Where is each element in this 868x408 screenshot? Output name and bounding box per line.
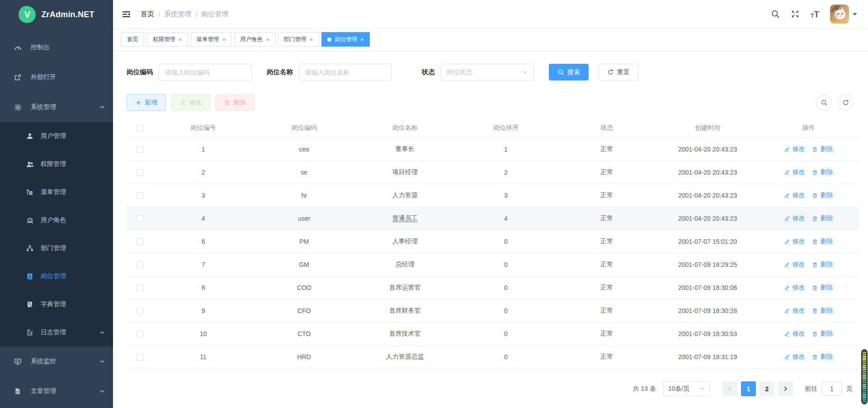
fullscreen-icon[interactable] — [791, 9, 800, 19]
cell-created: 2001-04-20 20:43:23 — [657, 192, 758, 199]
toggle-search-button[interactable] — [816, 95, 832, 110]
row-checkbox[interactable] — [137, 285, 143, 291]
row-delete-link[interactable]: 删除 — [812, 237, 833, 246]
row-edit-link[interactable]: 修改 — [784, 307, 805, 315]
collapse-sidebar-icon[interactable] — [122, 10, 131, 19]
close-icon[interactable]: × — [222, 36, 226, 43]
sidebar-item-user-mgmt[interactable]: 用户管理 — [0, 122, 113, 150]
sidebar-item-permission-mgmt[interactable]: 权限管理 — [0, 150, 113, 178]
cell-post-id: 8 — [153, 284, 254, 291]
row-checkbox[interactable] — [137, 192, 143, 199]
post-code-input[interactable] — [159, 64, 252, 81]
close-icon[interactable]: × — [360, 36, 364, 43]
row-delete-link[interactable]: 删除 — [812, 307, 833, 315]
edit-icon — [784, 147, 790, 152]
cell-post-id: 3 — [153, 192, 254, 199]
cell-post-name: 人事经理 — [354, 237, 455, 246]
page-button-2[interactable]: 2 — [760, 381, 774, 396]
breadcrumb-home[interactable]: 首页 — [141, 10, 154, 19]
tab-home[interactable]: 首页 — [121, 32, 144, 47]
add-button[interactable]: 新增 — [127, 94, 166, 111]
edit-button[interactable]: 修改 — [171, 94, 210, 111]
row-edit-link[interactable]: 修改 — [784, 145, 805, 153]
post-name-input[interactable] — [299, 64, 392, 81]
row-edit-link[interactable]: 修改 — [784, 330, 805, 338]
row-checkbox[interactable] — [137, 308, 143, 314]
delete-button[interactable]: 删除 — [215, 94, 255, 111]
font-size-icon[interactable]: TT — [811, 10, 819, 19]
scroll-indicator-stripes — [863, 351, 866, 403]
select-all-checkbox[interactable] — [137, 125, 143, 132]
row-edit-link[interactable]: 修改 — [784, 191, 805, 199]
row-checkbox[interactable] — [137, 331, 143, 337]
row-checkbox[interactable] — [137, 238, 143, 245]
refresh-table-button[interactable] — [838, 95, 854, 110]
page-size-select[interactable]: 10条/页 — [663, 381, 710, 396]
sidebar-item-system-monitor[interactable]: 系统监控 — [0, 346, 113, 376]
chevron-down-icon — [699, 385, 705, 393]
cell-created: 2001-07-07 15:01:20 — [657, 238, 758, 245]
search-button[interactable]: 搜索 — [549, 64, 589, 81]
row-checkbox[interactable] — [137, 146, 143, 153]
sidebar-item-dict-mgmt[interactable]: 字典管理 — [0, 290, 113, 318]
app-logo[interactable]: V ZrAdmin.NET — [0, 0, 113, 29]
dictionary-icon — [26, 300, 34, 308]
row-edit-link[interactable]: 修改 — [784, 261, 805, 269]
row-delete-link[interactable]: 删除 — [812, 330, 833, 338]
cell-created: 2001-07-09 18:31:19 — [657, 353, 758, 361]
tab-user-role[interactable]: 用户角色× — [234, 32, 275, 47]
cell-post-code: GM — [254, 261, 354, 268]
scroll-indicator-widget[interactable] — [861, 349, 868, 404]
sidebar-item-external-open[interactable]: 外部打开 — [0, 62, 113, 92]
close-icon[interactable]: × — [310, 36, 313, 43]
row-checkbox[interactable] — [137, 169, 143, 176]
table-tools — [816, 95, 859, 110]
page-button-1[interactable]: 1 — [741, 381, 756, 396]
goto-page-input[interactable] — [821, 382, 842, 396]
sidebar-item-menu-mgmt[interactable]: 菜单管理 — [0, 178, 113, 206]
status-select[interactable]: 岗位状态 — [441, 64, 534, 81]
row-delete-link[interactable]: 删除 — [812, 168, 833, 176]
close-icon[interactable]: × — [266, 36, 269, 43]
row-edit-link[interactable]: 修改 — [784, 237, 805, 246]
sidebar-item-dept-mgmt[interactable]: 部门管理 — [0, 234, 113, 262]
tab-menu[interactable]: 菜单管理× — [191, 32, 232, 47]
row-checkbox[interactable] — [137, 354, 143, 361]
row-delete-link[interactable]: 删除 — [812, 214, 833, 223]
sidebar-menu: 控制台 外部打开 系统管理 用户管理 — [0, 33, 113, 406]
prev-page-button[interactable] — [722, 381, 737, 396]
row-delete-link[interactable]: 删除 — [812, 191, 833, 199]
row-edit-link[interactable]: 修改 — [784, 168, 805, 176]
row-delete-link[interactable]: 删除 — [812, 284, 833, 292]
sidebar-item-log-mgmt[interactable]: 日志管理 — [0, 318, 113, 346]
row-edit-link[interactable]: 修改 — [784, 214, 805, 223]
tab-dept[interactable]: 部门管理× — [278, 32, 319, 47]
sidebar-item-system-mgmt[interactable]: 系统管理 — [0, 92, 113, 122]
next-page-button[interactable] — [778, 381, 793, 396]
row-edit-link[interactable]: 修改 — [784, 284, 805, 292]
header-post-sort: 岗位排序 — [455, 124, 556, 132]
avatar[interactable] — [830, 5, 849, 24]
tab-permission[interactable]: 权限管理× — [147, 32, 188, 47]
tab-post-active[interactable]: 岗位管理× — [321, 32, 370, 47]
close-icon[interactable]: × — [179, 36, 182, 43]
row-checkbox[interactable] — [137, 215, 143, 222]
caret-down-icon — [853, 13, 857, 18]
sidebar-item-dashboard[interactable]: 控制台 — [0, 33, 113, 62]
header-created: 创建时间 — [657, 124, 758, 132]
sidebar-item-article-mgmt[interactable]: 文章管理 — [0, 376, 113, 406]
app-title: ZrAdmin.NET — [41, 10, 94, 19]
reset-button[interactable]: 重置 — [599, 64, 638, 81]
sidebar-item-post-mgmt[interactable]: 岗位管理 — [0, 262, 113, 290]
row-delete-link[interactable]: 删除 — [812, 145, 833, 153]
sidebar-item-user-role[interactable]: 用户角色 — [0, 206, 113, 234]
edit-icon — [784, 262, 790, 268]
user-menu[interactable] — [830, 5, 857, 24]
row-edit-link[interactable]: 修改 — [784, 353, 805, 361]
row-delete-link[interactable]: 删除 — [812, 261, 833, 269]
row-checkbox[interactable] — [137, 261, 143, 268]
row-delete-link[interactable]: 删除 — [812, 353, 833, 361]
chevron-down-icon — [99, 330, 105, 335]
search-icon[interactable] — [771, 9, 780, 19]
cell-post-sort: 2 — [455, 169, 556, 176]
